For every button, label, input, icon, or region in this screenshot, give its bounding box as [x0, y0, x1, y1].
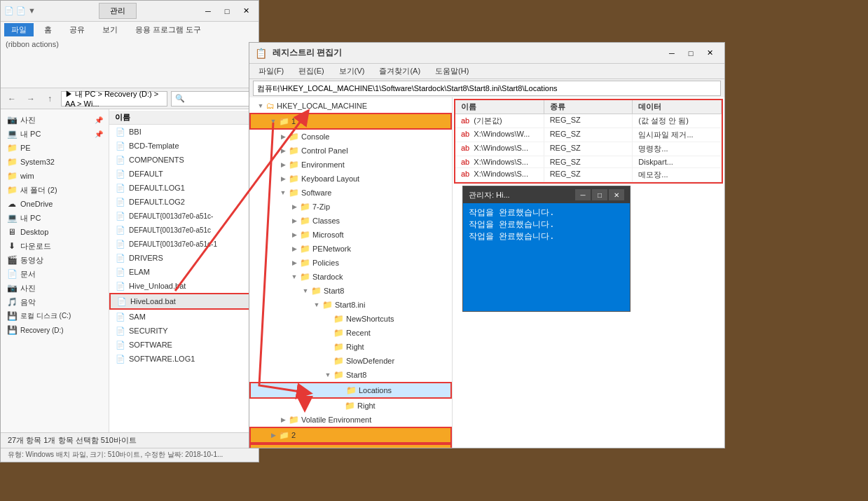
close-button[interactable]: ✕: [237, 4, 255, 19]
tree-item-newshortcuts[interactable]: 📁 NewShortcuts: [249, 312, 452, 326]
sidebar-item-videos[interactable]: 🎬 동영상: [1, 253, 109, 267]
address-bar[interactable]: ▶ 내 PC > Recovery (D:) > AA > Wi...: [61, 91, 167, 107]
reg-menu-edit[interactable]: 편집(E): [293, 64, 330, 78]
expand-hklm: ▼: [255, 100, 266, 111]
reg-address-bar[interactable]: 컴퓨터\HKEY_LOCAL_MACHINE\1\Software\Stardo…: [253, 81, 721, 96]
file-item-default-guid2[interactable]: 📄 DEFAULT{0013d7e0-a51c: [109, 223, 259, 237]
file-item-software-log1[interactable]: 📄 SOFTWARE.LOG1: [109, 352, 259, 366]
tree-item-1[interactable]: ▼ 📁 1: [249, 113, 452, 130]
tree-item-microsoft[interactable]: ▶ 📁 Microsoft: [249, 228, 452, 242]
tab-config[interactable]: 관리: [99, 3, 137, 19]
tree-item-hklm[interactable]: ▼ 🗂 HKEY_LOCAL_MACHINE: [249, 99, 452, 113]
tree-label-start8-ini: Start8: [346, 371, 366, 379]
file-name-software: SOFTWARE: [129, 341, 172, 349]
up-button[interactable]: ↑: [42, 91, 57, 107]
tree-item-slowdefender[interactable]: 📁 SlowDefender: [249, 354, 452, 368]
file-item-default-guid3[interactable]: 📄 DEFAULT{0013d7e0-a51c-1: [109, 237, 259, 251]
reg-menu-favorites[interactable]: 즐겨찾기(A): [373, 64, 426, 78]
tree-item-console[interactable]: ▶ 📁 Console: [249, 130, 452, 144]
reg-menu-file[interactable]: 파일(F): [253, 64, 289, 78]
sidebar-item-downloads[interactable]: ⬇ 다운로드: [1, 239, 109, 253]
sidebar-item-photos2[interactable]: 📷 사진: [1, 281, 109, 295]
ribbon-tab-home[interactable]: 홈: [37, 23, 59, 36]
reg-cell-name-3: ab X:\Windows\S...: [455, 156, 544, 167]
file-item-elam[interactable]: 📄 ELAM: [109, 265, 259, 279]
tree-item-policies[interactable]: ▶ 📁 Policies: [249, 256, 452, 270]
file-name-sam: SAM: [129, 313, 146, 321]
ribbon-tab-file[interactable]: 파일: [4, 23, 34, 36]
file-item-sam[interactable]: 📄 SAM: [109, 310, 259, 324]
reg-close-button[interactable]: ✕: [701, 46, 719, 61]
minimize-button[interactable]: ─: [199, 4, 217, 19]
cmd-minimize[interactable]: ─: [575, 189, 591, 200]
reg-value-row-default[interactable]: ab (기본값) REG_SZ (값 설정 안 됨): [455, 114, 722, 128]
tree-item-volatile[interactable]: ▶ 📁 Volatile Environment: [249, 413, 452, 427]
tree-item-locations[interactable]: 📁 Locations: [249, 382, 452, 399]
expand-ms: ▶: [289, 229, 300, 240]
file-item-software[interactable]: 📄 SOFTWARE: [109, 338, 259, 352]
search-box[interactable]: 🔍: [171, 91, 255, 107]
file-item-components[interactable]: 📄 COMPONENTS: [109, 153, 259, 167]
cmd-content: 작업을 완료했습니다. 작업을 완료했습니다. 작업을 완료했습니다.: [463, 203, 630, 311]
ribbon-tab-share[interactable]: 공유: [62, 23, 92, 36]
tree-item-right-ini[interactable]: 📁 Right: [249, 340, 452, 354]
file-item-hiveload[interactable]: 📄 HiveLoad.bat: [109, 293, 259, 310]
reg-maximize-button[interactable]: □: [682, 46, 700, 61]
tree-item-start8-stardock[interactable]: ▼ 📁 Start8: [249, 284, 452, 298]
file-item-drivers[interactable]: 📄 DRIVERS: [109, 251, 259, 265]
file-item-bbi[interactable]: 📄 BBI: [109, 125, 259, 139]
sidebar-item-photos[interactable]: 📷 사진 📌: [1, 113, 109, 127]
maximize-button[interactable]: □: [218, 4, 236, 19]
sidebar-item-pe[interactable]: 📁 PE: [1, 141, 109, 155]
reg-value-row-4[interactable]: ab X:\Windows\S... REG_SZ 메모장...: [455, 168, 722, 182]
file-item-default-log1[interactable]: 📄 DEFAULT.LOG1: [109, 181, 259, 195]
tree-item-7zip[interactable]: ▶ 📁 7-Zip: [249, 200, 452, 214]
tree-item-penet[interactable]: ▶ 📁 PENetwork: [249, 242, 452, 256]
file-item-default-log2[interactable]: 📄 DEFAULT.LOG2: [109, 195, 259, 209]
file-item-default-guid1[interactable]: 📄 DEFAULT{0013d7e0-a51c-: [109, 209, 259, 223]
tree-item-start8ini[interactable]: ▼ 📁 Start8.ini: [249, 298, 452, 312]
tree-item-2[interactable]: ▶ 📁 2: [249, 427, 452, 444]
tree-item-controlpanel[interactable]: ▶ 📁 Control Panel: [249, 144, 452, 158]
reg-minimize-button[interactable]: ─: [663, 46, 681, 61]
sidebar-item-mypc2[interactable]: 💻 내 PC: [1, 211, 109, 225]
file-name-default: DEFAULT: [129, 170, 163, 178]
reg-menu-help[interactable]: 도움말(H): [429, 64, 474, 78]
sidebar-item-localc[interactable]: 💾 로컬 디스크 (C:): [1, 309, 109, 323]
reg-menu-view[interactable]: 보기(V): [333, 64, 371, 78]
sidebar-item-recoveryd[interactable]: 💾 Recovery (D:): [1, 323, 109, 337]
sidebar-item-newfolder[interactable]: 📁 새 폴더 (2): [1, 183, 109, 197]
sidebar-item-mypc[interactable]: 💻 내 PC 📌: [1, 127, 109, 141]
tree-item-software[interactable]: ▼ 📁 Software: [249, 186, 452, 200]
file-list-header: 이름: [109, 111, 259, 125]
ribbon-tab-tools[interactable]: 응용 프로그램 도구: [128, 23, 208, 36]
tree-item-right-start8[interactable]: 📁 Right: [249, 399, 452, 413]
expand-start8-s: ▼: [300, 285, 311, 296]
file-item-bcd[interactable]: 📄 BCD-Template: [109, 139, 259, 153]
folder-new-icon: 📁: [6, 184, 18, 195]
cmd-maximize[interactable]: □: [592, 189, 607, 200]
sidebar-item-desktop[interactable]: 🖥 Desktop: [1, 225, 109, 239]
reg-value-row-1[interactable]: ab X:\Windows\W... REG_SZ 임시파일 제거...: [455, 128, 722, 142]
tree-item-classes[interactable]: ▶ 📁 Classes: [249, 214, 452, 228]
file-item-security[interactable]: 📄 SECURITY: [109, 324, 259, 338]
tree-item-stardock[interactable]: ▼ 📁 Stardock: [249, 270, 452, 284]
reg-value-row-2[interactable]: ab X:\Windows\S... REG_SZ 명령창...: [455, 142, 722, 156]
tree-item-environment[interactable]: ▶ 📁 Environment: [249, 158, 452, 172]
ribbon-tab-view[interactable]: 보기: [95, 23, 125, 36]
forward-button[interactable]: →: [23, 91, 39, 107]
tree-item-keyboard-layout[interactable]: ▶ 📁 Keyboard Layout: [249, 172, 452, 186]
tree-item-start8-ini[interactable]: ▼ 📁 Start8: [249, 368, 452, 382]
file-item-default[interactable]: 📄 DEFAULT: [109, 167, 259, 181]
tree-item-3[interactable]: ▶ 📁 3: [249, 444, 452, 448]
sidebar-item-onedrive[interactable]: ☁ OneDrive: [1, 197, 109, 211]
reg-value-row-3[interactable]: ab X:\Windows\S... REG_SZ Diskpart...: [455, 156, 722, 168]
sidebar-item-system32[interactable]: 📁 System32: [1, 155, 109, 169]
tree-item-recent[interactable]: 📁 Recent: [249, 326, 452, 340]
back-button[interactable]: ←: [4, 91, 20, 107]
sidebar-item-docs[interactable]: 📄 문서: [1, 267, 109, 281]
file-item-hive-unload[interactable]: 📄 Hive_Unload.bat: [109, 279, 259, 293]
sidebar-item-wim[interactable]: 📁 wim: [1, 169, 109, 183]
sidebar-item-music[interactable]: 🎵 음악: [1, 295, 109, 309]
cmd-close[interactable]: ✕: [609, 189, 624, 200]
